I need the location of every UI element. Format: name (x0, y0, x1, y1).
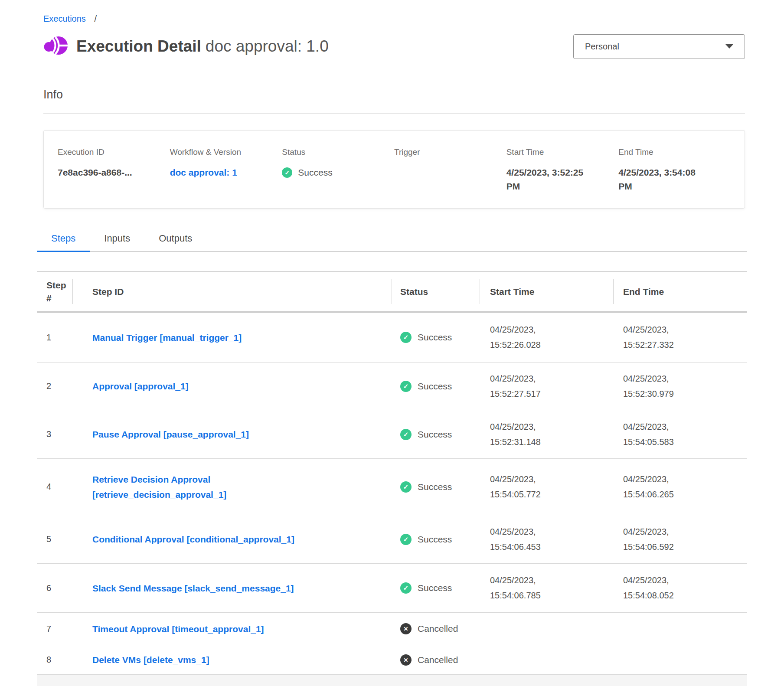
end-time-cell: 04/25/2023, 15:54:06.265 (613, 472, 747, 502)
table-row: 1 Manual Trigger [manual_trigger_1] Succ… (37, 313, 747, 363)
table-row: 8 Delete VMs [delete_vms_1] Cancelled (37, 645, 747, 675)
info-field-trigger: Trigger (394, 147, 506, 193)
end-time-cell: 04/25/2023, 15:54:05.583 (613, 419, 747, 450)
status-badge: Success (400, 481, 480, 493)
cancelled-icon (400, 623, 412, 634)
cancelled-icon (400, 654, 412, 666)
field-label: Execution ID (58, 147, 170, 157)
step-link[interactable]: Retrieve Decision Approval [retrieve_dec… (92, 472, 335, 502)
breadcrumb: Executions / (43, 0, 745, 24)
table-row: 2 Approval [approval_1] Success 04/25/20… (37, 363, 747, 410)
end-time-cell: 04/25/2023, 15:54:08.052 (613, 573, 747, 603)
step-link[interactable]: Manual Trigger [manual_trigger_1] (92, 330, 242, 345)
info-field-execution-id: Execution ID 7e8ac396-a868-... (58, 147, 170, 193)
status-badge: Success (400, 381, 480, 392)
step-link[interactable]: Delete VMs [delete_vms_1] (92, 652, 209, 667)
row-number: 3 (37, 429, 72, 439)
field-label: Workflow & Version (170, 147, 282, 157)
info-card: Execution ID 7e8ac396-a868-... Workflow … (43, 130, 745, 209)
field-label: Status (282, 147, 394, 157)
table-header-step-number: Step # (37, 272, 72, 311)
success-icon (400, 481, 412, 493)
status-value: Success (298, 166, 332, 180)
step-link[interactable]: Pause Approval [pause_approval_1] (92, 427, 249, 442)
row-number: 2 (37, 381, 72, 391)
field-label: Trigger (394, 147, 506, 157)
start-time-cell: 04/25/2023, 15:52:26.028 (480, 322, 613, 353)
row-number: 5 (37, 534, 72, 544)
step-link[interactable]: Conditional Approval [conditional_approv… (92, 532, 294, 547)
table-header-end-time: End Time (613, 272, 747, 311)
title-row: Execution Detaildoc approval: 1.0 Person… (43, 33, 745, 60)
start-time-cell: 04/25/2023, 15:52:27.517 (480, 371, 613, 402)
success-icon (400, 381, 412, 392)
end-time-cell: 04/25/2023, 15:52:27.332 (613, 322, 747, 353)
tab-steps[interactable]: Steps (37, 233, 90, 251)
end-time-cell: 04/25/2023, 15:52:30.979 (613, 371, 747, 402)
section-divider (43, 113, 745, 114)
success-icon (282, 167, 292, 178)
start-time-cell: 04/25/2023, 15:54:06.785 (480, 573, 613, 603)
execution-detail-page: Executions / Execution Detaildoc approva… (0, 0, 784, 686)
table-row: 7 Timeout Approval [timeout_approval_1] … (37, 613, 747, 645)
info-field-workflow-version: Workflow & Version doc approval: 1 (170, 147, 282, 193)
status-badge: Success (400, 429, 480, 440)
start-time-value: 4/25/2023, 3:52:25 PM (506, 166, 598, 193)
step-link[interactable]: Approval [approval_1] (92, 379, 189, 394)
info-field-start-time: Start Time 4/25/2023, 3:52:25 PM (506, 147, 619, 193)
row-number: 7 (37, 624, 72, 634)
success-icon (400, 582, 412, 594)
start-time-cell (480, 621, 613, 637)
field-label: End Time (618, 147, 731, 157)
step-link[interactable]: Timeout Approval [timeout_approval_1] (92, 621, 264, 637)
table-row: 6 Slack Send Message [slack_send_message… (37, 564, 747, 613)
status-badge: Success (400, 534, 480, 545)
row-number: 4 (37, 482, 72, 492)
end-time-cell: 04/25/2023, 15:54:06.592 (613, 524, 747, 555)
row-number: 6 (37, 583, 72, 593)
end-time-cell (613, 652, 747, 667)
table-header-step-id: Step ID (72, 272, 392, 311)
start-time-cell: 04/25/2023, 15:54:06.453 (480, 524, 613, 555)
scope-dropdown[interactable]: Personal (573, 34, 745, 59)
row-number: 1 (37, 333, 72, 343)
tab-inputs[interactable]: Inputs (90, 233, 144, 251)
table-header-start-time: Start Time (480, 272, 613, 311)
workflow-logo-icon (43, 34, 68, 59)
table-row: 4 Retrieve Decision Approval [retrieve_d… (37, 459, 747, 515)
table-header-row: Step # Step ID Status Start Time End Tim… (37, 271, 747, 313)
steps-table: Step # Step ID Status Start Time End Tim… (37, 271, 747, 675)
execution-id-value: 7e8ac396-a868-... (58, 166, 170, 180)
status-badge: Success (400, 332, 480, 343)
info-field-end-time: End Time 4/25/2023, 3:54:08 PM (618, 147, 731, 193)
breadcrumb-separator: / (94, 14, 97, 23)
page-subtitle: doc approval: 1.0 (206, 37, 329, 55)
row-number: 8 (37, 655, 72, 665)
page-title-main: Execution Detail (76, 37, 201, 55)
success-icon (400, 332, 412, 343)
end-time-value: 4/25/2023, 3:54:08 PM (618, 166, 710, 193)
info-field-status: Status Success (282, 147, 394, 193)
field-label: Start Time (506, 147, 619, 157)
info-heading: Info (43, 87, 745, 102)
tab-outputs[interactable]: Outputs (144, 233, 206, 251)
start-time-cell: 04/25/2023, 15:52:31.148 (480, 419, 613, 450)
start-time-cell (480, 652, 613, 667)
status-badge: Cancelled (400, 623, 480, 634)
next-section-edge (37, 675, 747, 686)
scope-dropdown-value: Personal (585, 42, 619, 52)
tab-bar: Steps Inputs Outputs (37, 233, 747, 252)
workflow-version-link[interactable]: doc approval: 1 (170, 166, 237, 180)
success-icon (400, 534, 412, 545)
page-title: Execution Detaildoc approval: 1.0 (76, 37, 329, 56)
breadcrumb-link-executions[interactable]: Executions (43, 14, 86, 23)
chevron-down-icon (725, 44, 733, 49)
start-time-cell: 04/25/2023, 15:54:05.772 (480, 472, 613, 502)
end-time-cell (613, 621, 747, 637)
step-link[interactable]: Slack Send Message [slack_send_message_1… (92, 581, 294, 596)
status-badge: Success (400, 582, 480, 594)
status-badge: Cancelled (400, 654, 480, 666)
section-divider (43, 73, 745, 73)
success-icon (400, 429, 412, 440)
table-row: 3 Pause Approval [pause_approval_1] Succ… (37, 410, 747, 459)
